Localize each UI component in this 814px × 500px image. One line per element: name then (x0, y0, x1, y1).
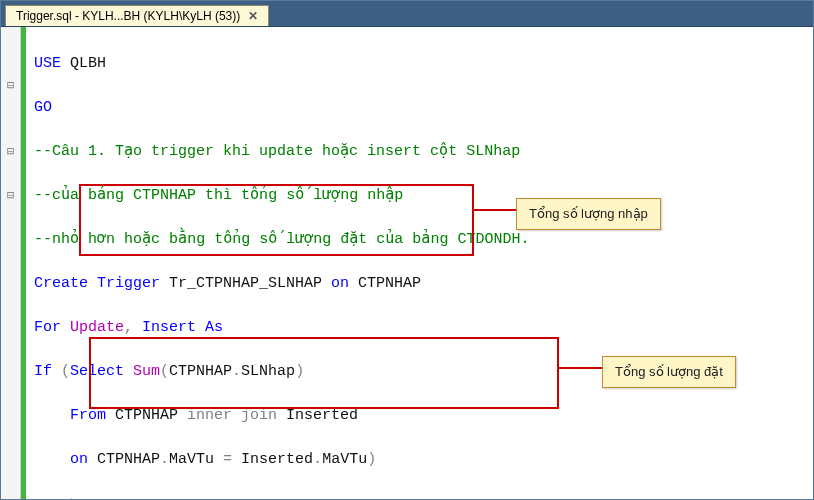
code-line: GO (34, 97, 805, 119)
outline-column: ⊟ ⊟ ⊟ (1, 27, 21, 499)
callout-1: Tổng số lượng nhập (516, 198, 661, 230)
editor-tab[interactable]: Trigger.sql - KYLH...BH (KYLH\KyLH (53))… (5, 5, 269, 26)
tab-bar: Trigger.sql - KYLH...BH (KYLH\KyLH (53))… (1, 1, 813, 27)
code-line: --Câu 1. Tạo trigger khi update hoặc ins… (34, 141, 805, 163)
code-line: Create Trigger Tr_CTPNHAP_SLNHAP on CTPN… (34, 273, 805, 295)
code-line: USE QLBH (34, 53, 805, 75)
code-line: For Update, Insert As (34, 317, 805, 339)
connector-line (474, 209, 516, 211)
close-icon[interactable]: ✕ (248, 9, 258, 23)
tab-title: Trigger.sql - KYLH...BH (KYLH\KyLH (53)) (16, 9, 240, 23)
code-line: --nhỏ hơn hoặc bằng tổng số lượng đặt củ… (34, 229, 805, 251)
fold-icon[interactable]: ⊟ (1, 75, 20, 97)
code-editor[interactable]: USE QLBH GO --Câu 1. Tạo trigger khi upd… (26, 27, 813, 499)
code-line: on CTPNHAP.MaVTu = Inserted.MaVTu) (34, 449, 805, 471)
callout-2: Tổng số lượng đặt (602, 356, 736, 388)
code-line: --của bảng CTPNHAP thì tổng số lượng nhậ… (34, 185, 805, 207)
fold-icon[interactable]: ⊟ (1, 141, 20, 163)
editor-area: ⊟ ⊟ ⊟ USE QLBH GO --Câu 1. Tạo trigger k… (1, 27, 813, 499)
fold-icon[interactable]: ⊟ (1, 185, 20, 207)
code-line: From CTPNHAP inner join Inserted (34, 405, 805, 427)
code-line: > (34, 493, 805, 500)
